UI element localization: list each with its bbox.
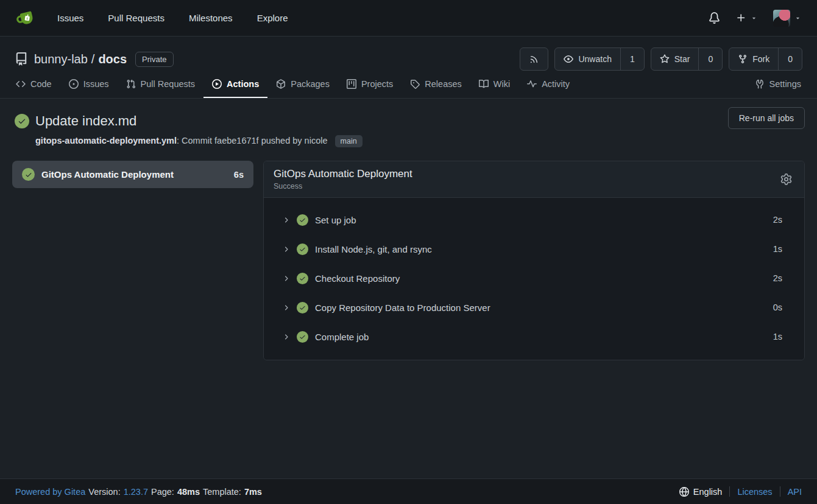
licenses-link[interactable]: Licenses: [737, 487, 772, 497]
run-success-icon: [15, 114, 29, 128]
step-row-copy-data[interactable]: Copy Repository Data to Production Serve…: [264, 293, 804, 322]
star-label: Star: [674, 54, 690, 64]
divider: [780, 486, 780, 497]
job-name: GitOps Automatic Deployment: [41, 169, 174, 180]
divider: [729, 486, 730, 497]
tab-activity[interactable]: Activity: [518, 79, 578, 98]
tab-issues[interactable]: Issues: [60, 79, 118, 98]
run-title: Update index.md: [35, 113, 136, 129]
run-content: GitOps Automatic Deployment 6s GitOps Au…: [12, 161, 805, 360]
step-row-checkout[interactable]: Checkout Repository 2s: [264, 264, 804, 293]
code-icon: [16, 79, 26, 89]
watchers-count[interactable]: 1: [620, 48, 644, 70]
nav-item-pull-requests[interactable]: Pull Requests: [96, 8, 177, 28]
powered-by-gitea-link[interactable]: Powered by Gitea: [15, 487, 85, 497]
step-success-icon: [297, 273, 308, 284]
pull-request-icon: [126, 79, 136, 89]
fork-button-group: Fork 0: [729, 47, 802, 71]
step-row-complete-job[interactable]: Complete job 1s: [264, 322, 804, 351]
chevron-right-icon: [282, 275, 290, 282]
job-settings-gear-icon[interactable]: [778, 171, 794, 187]
tab-wiki[interactable]: Wiki: [470, 79, 518, 98]
version-link[interactable]: 1.23.7: [124, 487, 148, 497]
job-status-text: Success: [274, 182, 412, 191]
version-label: Version:: [88, 487, 120, 497]
template-time: 7ms: [244, 487, 262, 497]
job-success-icon: [22, 168, 35, 181]
run-subtitle: gitops-automatic-deployment.yml: Commit …: [35, 135, 805, 147]
watch-button-group: Unwatch 1: [554, 47, 644, 71]
actions-run-view: Update index.md gitops-automatic-deploym…: [0, 99, 817, 360]
step-duration: 2s: [773, 273, 782, 283]
play-circle-icon: [212, 79, 222, 89]
step-row-install[interactable]: Install Node.js, git, and rsync 1s: [264, 234, 804, 264]
fork-icon: [738, 54, 748, 64]
unwatch-button[interactable]: Unwatch: [555, 48, 620, 70]
tab-label: Activity: [542, 79, 570, 89]
tab-actions[interactable]: Actions: [203, 79, 267, 98]
chevron-right-icon: [282, 304, 290, 312]
nav-item-milestones[interactable]: Milestones: [177, 8, 245, 28]
stars-count[interactable]: 0: [698, 48, 722, 70]
nav-item-explore[interactable]: Explore: [245, 8, 300, 28]
user-menu[interactable]: [773, 10, 801, 27]
tab-projects[interactable]: Projects: [338, 79, 401, 98]
repo-separator: /: [91, 52, 95, 66]
fork-label: Fork: [752, 54, 769, 64]
chevron-right-icon: [282, 333, 290, 341]
tab-packages[interactable]: Packages: [267, 79, 338, 98]
gitea-logo-icon[interactable]: t: [16, 8, 37, 29]
template-label: Template:: [203, 487, 241, 497]
rss-button[interactable]: [520, 47, 548, 71]
chevron-right-icon: [282, 216, 290, 224]
step-success-icon: [297, 302, 308, 313]
book-icon: [479, 79, 489, 89]
pulse-icon: [527, 79, 537, 89]
tab-label: Pull Requests: [141, 79, 195, 89]
tab-label: Issues: [83, 79, 109, 89]
commit-text: : Commit faebe1671f pushed by nicole: [177, 136, 327, 145]
tab-pull-requests[interactable]: Pull Requests: [118, 79, 203, 98]
step-duration: 0s: [773, 303, 782, 312]
page-time: 48ms: [177, 487, 200, 497]
forks-count[interactable]: 0: [778, 48, 802, 70]
tab-releases[interactable]: Releases: [401, 79, 470, 98]
job-panel-header: GitOps Automatic Deployment Success: [264, 161, 804, 198]
step-success-icon: [297, 331, 308, 343]
topnav-right: [709, 10, 801, 27]
caret-down-icon: [751, 15, 757, 21]
tab-code[interactable]: Code: [15, 79, 60, 98]
create-new-dropdown[interactable]: [736, 13, 757, 23]
tab-settings[interactable]: Settings: [746, 79, 802, 98]
nav-item-issues[interactable]: Issues: [45, 8, 96, 28]
top-navigation: t Issues Pull Requests Milestones Explor…: [0, 0, 817, 37]
star-button[interactable]: Star: [651, 48, 699, 70]
tab-label: Code: [30, 79, 52, 89]
step-success-icon: [297, 243, 308, 255]
project-board-icon: [347, 79, 356, 89]
workflow-file-link[interactable]: gitops-automatic-deployment.yml: [35, 136, 177, 145]
api-link[interactable]: API: [788, 487, 802, 497]
step-row-setup-job[interactable]: Set up job 2s: [264, 205, 804, 234]
tab-label: Wiki: [493, 79, 510, 89]
steps-list: Set up job 2s Install Node.js, git, and …: [264, 198, 804, 360]
chevron-right-icon: [282, 245, 290, 253]
step-duration: 1s: [773, 244, 782, 254]
step-duration: 2s: [773, 215, 782, 225]
issue-icon: [69, 79, 79, 89]
tab-label: Actions: [227, 79, 259, 89]
repo-owner-link[interactable]: bunny-lab: [34, 52, 88, 66]
language-selector[interactable]: English: [679, 487, 723, 497]
repo-book-icon: [15, 52, 28, 66]
notifications-bell-icon[interactable]: [709, 12, 720, 24]
job-list-item-selected[interactable]: GitOps Automatic Deployment 6s: [12, 161, 253, 188]
step-success-icon: [297, 214, 308, 226]
step-name: Copy Repository Data to Production Serve…: [315, 303, 490, 313]
step-name: Set up job: [315, 215, 356, 225]
rerun-all-jobs-button[interactable]: Re-run all jobs: [728, 107, 805, 129]
tag-icon: [410, 79, 420, 89]
branch-badge[interactable]: main: [335, 135, 363, 147]
fork-button[interactable]: Fork: [729, 48, 778, 70]
repo-name-link[interactable]: docs: [98, 52, 127, 66]
tab-label: Projects: [361, 79, 393, 89]
